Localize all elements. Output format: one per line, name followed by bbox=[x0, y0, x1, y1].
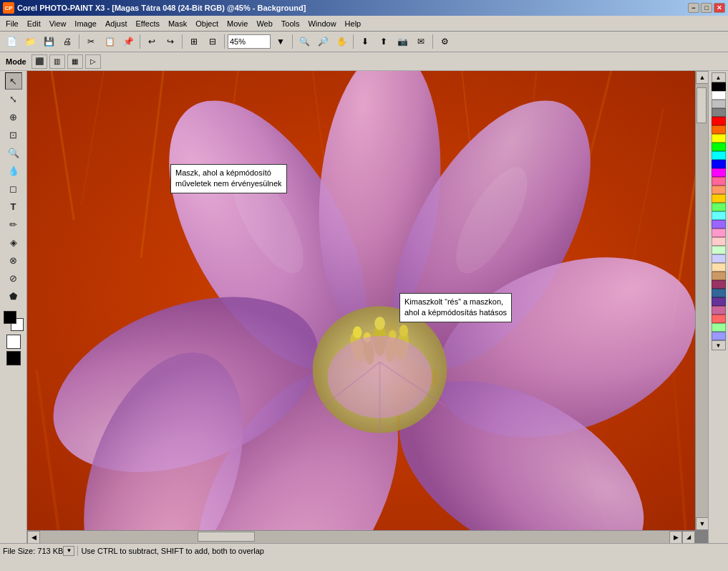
menu-edit[interactable]: Edit bbox=[23, 18, 45, 29]
grid-btn[interactable]: ⊞ bbox=[185, 33, 203, 50]
save-btn[interactable]: 💾 bbox=[40, 33, 57, 50]
option-btn[interactable]: ⚙ bbox=[436, 33, 453, 50]
menu-web[interactable]: Web bbox=[252, 18, 276, 29]
swatch-19[interactable] bbox=[712, 280, 726, 289]
zoomin-btn[interactable]: 🔍 bbox=[296, 33, 313, 50]
palette-scroll-up[interactable]: ▲ bbox=[712, 72, 726, 82]
menu-movie[interactable]: Movie bbox=[223, 18, 252, 29]
swatch-5[interactable] bbox=[712, 160, 726, 168]
tool-smear[interactable]: ⊘ bbox=[5, 269, 22, 287]
tool-text[interactable]: T bbox=[5, 198, 22, 215]
swatch-13[interactable] bbox=[712, 229, 726, 237]
swatch-7[interactable] bbox=[712, 177, 726, 186]
menu-help[interactable]: Help bbox=[341, 18, 366, 29]
foreground-color[interactable] bbox=[4, 311, 16, 324]
swatch-14[interactable] bbox=[712, 237, 726, 246]
status-dropdown[interactable]: ▼ bbox=[63, 546, 74, 556]
tool-zoom[interactable]: 🔍 bbox=[5, 144, 22, 161]
swatch-22[interactable] bbox=[712, 306, 726, 315]
swatch-25[interactable] bbox=[712, 332, 726, 340]
swatch-silver[interactable] bbox=[712, 100, 726, 108]
new-btn[interactable]: 📄 bbox=[3, 33, 20, 50]
tool-brush[interactable]: ✏ bbox=[5, 216, 22, 233]
swatch-21[interactable] bbox=[712, 297, 726, 306]
h-scroll-thumb[interactable] bbox=[198, 532, 255, 542]
menu-adjust[interactable]: Adjust bbox=[101, 18, 132, 29]
menu-object[interactable]: Object bbox=[191, 18, 223, 29]
mode-btn1[interactable]: ⬛ bbox=[31, 54, 47, 69]
tool-transform[interactable]: ⊕ bbox=[5, 108, 22, 125]
tool-eyedropper[interactable]: 💧 bbox=[5, 162, 22, 179]
swatch-gray[interactable] bbox=[712, 108, 726, 117]
tool-fill[interactable]: ⬟ bbox=[5, 287, 22, 304]
paste-btn[interactable]: 📌 bbox=[120, 33, 137, 50]
tool-eraser[interactable]: ◻ bbox=[5, 180, 22, 197]
swatch-11[interactable] bbox=[712, 211, 726, 220]
h-scroll-corner-btn[interactable]: ◢ bbox=[682, 531, 695, 544]
swatch-white[interactable] bbox=[712, 91, 726, 100]
swatch-4[interactable] bbox=[712, 151, 726, 160]
tool-freehand[interactable]: ⤡ bbox=[5, 90, 22, 107]
swatch-15[interactable] bbox=[712, 246, 726, 254]
v-scroll-track[interactable] bbox=[696, 84, 708, 517]
swatch-17[interactable] bbox=[712, 263, 726, 272]
acquire-btn[interactable]: 📷 bbox=[394, 33, 411, 50]
swatch-9[interactable] bbox=[712, 194, 726, 203]
zoom-dropdown[interactable]: ▼ bbox=[272, 33, 289, 50]
restore-button[interactable]: □ bbox=[701, 3, 712, 13]
tool-effects[interactable]: ◈ bbox=[5, 234, 22, 251]
swatch-16[interactable] bbox=[712, 254, 726, 263]
v-scroll-down[interactable]: ▼ bbox=[696, 517, 708, 530]
menu-file[interactable]: File bbox=[1, 18, 23, 29]
h-scroll-left[interactable]: ◀ bbox=[27, 531, 40, 544]
email-btn[interactable]: ✉ bbox=[412, 33, 429, 50]
swatch-3[interactable] bbox=[712, 143, 726, 151]
import-btn[interactable]: ⬇ bbox=[356, 33, 374, 50]
tool-crop[interactable]: ⊡ bbox=[5, 126, 22, 143]
menu-window[interactable]: Window bbox=[304, 18, 340, 29]
undo-btn[interactable]: ↩ bbox=[143, 33, 160, 50]
menu-tools[interactable]: Tools bbox=[277, 18, 304, 29]
zoom-select[interactable]: 45% bbox=[228, 34, 271, 49]
swatch-1[interactable] bbox=[712, 125, 726, 134]
tool-select[interactable]: ↖ bbox=[5, 72, 22, 90]
color-white[interactable] bbox=[6, 335, 21, 349]
h-scroll-right[interactable]: ▶ bbox=[669, 531, 682, 544]
swatch-24[interactable] bbox=[712, 323, 726, 332]
v-scroll-thumb[interactable] bbox=[697, 87, 707, 123]
cut-btn[interactable]: ✂ bbox=[82, 33, 100, 50]
zoomout-btn[interactable]: 🔎 bbox=[314, 33, 331, 50]
close-button[interactable]: ✕ bbox=[714, 3, 725, 13]
tool-clone[interactable]: ⊗ bbox=[5, 251, 22, 269]
swatch-2[interactable] bbox=[712, 134, 726, 143]
palette-scroll-down[interactable]: ▼ bbox=[712, 340, 726, 350]
snap-btn[interactable]: ⊟ bbox=[204, 33, 221, 50]
v-scroll-up[interactable]: ▲ bbox=[696, 71, 708, 84]
mode-btn4[interactable]: ▷ bbox=[85, 54, 101, 69]
open-btn[interactable]: 📁 bbox=[21, 33, 39, 50]
copy-btn[interactable]: 📋 bbox=[101, 33, 118, 50]
menu-effects[interactable]: Effects bbox=[132, 18, 164, 29]
print-btn[interactable]: 🖨 bbox=[59, 33, 76, 50]
swatch-6[interactable] bbox=[712, 168, 726, 177]
swatch-23[interactable] bbox=[712, 315, 726, 323]
swatch-20[interactable] bbox=[712, 289, 726, 297]
h-scroll-track[interactable] bbox=[40, 531, 669, 544]
menubar: File Edit View Image Adjust Effects Mask… bbox=[0, 16, 728, 32]
minimize-button[interactable]: − bbox=[688, 3, 699, 13]
menu-view[interactable]: View bbox=[45, 18, 71, 29]
swatch-8[interactable] bbox=[712, 186, 726, 194]
swatch-18[interactable] bbox=[712, 272, 726, 280]
swatch-0[interactable] bbox=[712, 117, 726, 125]
color-black[interactable] bbox=[6, 351, 21, 365]
swatch-black[interactable] bbox=[712, 82, 726, 91]
swatch-10[interactable] bbox=[712, 203, 726, 211]
mode-btn2[interactable]: ▥ bbox=[49, 54, 65, 69]
menu-mask[interactable]: Mask bbox=[164, 18, 191, 29]
export-btn[interactable]: ⬆ bbox=[375, 33, 392, 50]
swatch-12[interactable] bbox=[712, 220, 726, 229]
menu-image[interactable]: Image bbox=[70, 18, 101, 29]
hand-btn[interactable]: ✋ bbox=[333, 33, 350, 50]
redo-btn[interactable]: ↪ bbox=[162, 33, 179, 50]
mode-btn3[interactable]: ▦ bbox=[67, 54, 83, 69]
